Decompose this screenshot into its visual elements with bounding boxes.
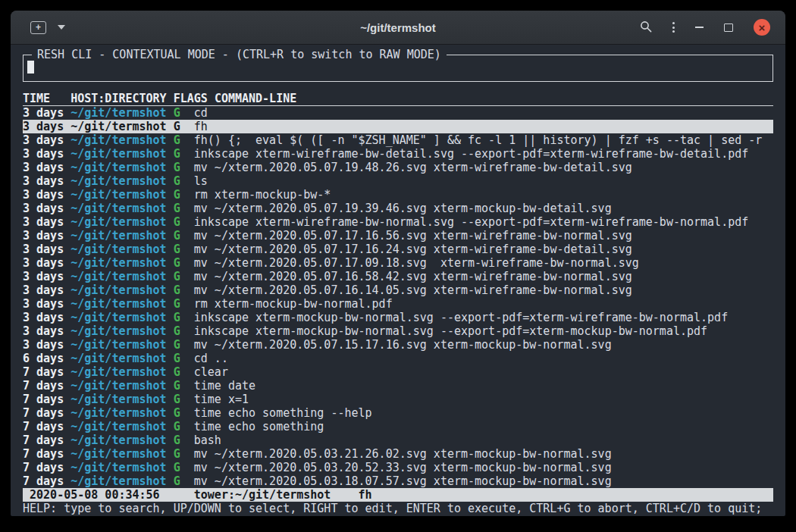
history-row[interactable]: 7 days ~/git/termshot G mv ~/xterm.2020.… — [23, 447, 773, 461]
row-command: mv ~/xterm.2020.05.03.21.26.02.svg xterm… — [194, 447, 612, 461]
row-host: ~/git/termshot — [71, 243, 173, 256]
history-row[interactable]: 7 days ~/git/termshot G time date — [23, 379, 773, 393]
history-row[interactable]: 7 days ~/git/termshot G clear — [23, 365, 773, 379]
row-time: 3 days — [23, 215, 71, 229]
row-time: 3 days — [23, 256, 71, 270]
row-host: ~/git/termshot — [71, 379, 173, 393]
row-host: ~/git/termshot — [71, 311, 173, 324]
row-time: 7 days — [23, 461, 71, 474]
history-row[interactable]: 3 days ~/git/termshot G mv ~/xterm.2020.… — [23, 283, 773, 297]
row-flags: G — [174, 311, 194, 324]
new-tab-button[interactable]: + — [30, 21, 46, 34]
row-time: 7 days — [23, 379, 71, 393]
row-time: 7 days — [23, 433, 71, 447]
history-row[interactable]: 3 days ~/git/termshot G fh() {; eval $( … — [23, 133, 773, 147]
row-flags: G — [174, 420, 194, 433]
titlebar[interactable]: + ~/git/termshot × — [11, 11, 785, 45]
row-command: inkscape xterm-wireframe-bw-normal.svg -… — [194, 215, 749, 229]
row-time: 3 days — [23, 324, 71, 338]
row-command: time echo something — [194, 420, 324, 433]
history-row[interactable]: 3 days ~/git/termshot G mv ~/xterm.2020.… — [23, 338, 773, 352]
row-host: ~/git/termshot — [71, 106, 173, 120]
row-host: ~/git/termshot — [71, 161, 173, 174]
history-row-selected[interactable]: 3 days ~/git/termshot G fh — [23, 120, 773, 133]
row-command: mv ~/xterm.2020.05.07.16.14.05.svg xterm… — [194, 283, 632, 297]
history-row[interactable]: 3 days ~/git/termshot G mv ~/xterm.2020.… — [23, 161, 773, 174]
row-host: ~/git/termshot — [71, 393, 173, 406]
row-command: mv ~/xterm.2020.05.03.20.52.33.svg xterm… — [194, 461, 612, 474]
history-row[interactable]: 3 days ~/git/termshot G inkscape xterm-m… — [23, 324, 773, 338]
row-flags: G — [174, 147, 194, 161]
history-row[interactable]: 3 days ~/git/termshot G inkscape xterm-w… — [23, 147, 773, 161]
row-host: ~/git/termshot — [71, 338, 173, 352]
row-time: 3 days — [23, 229, 71, 243]
row-command: mv ~/xterm.2020.05.07.19.39.46.svg xterm… — [194, 202, 612, 215]
row-command: mv ~/xterm.2020.05.07.17.16.24.svg xterm… — [194, 243, 632, 256]
row-host: ~/git/termshot — [71, 229, 173, 243]
history-row[interactable]: 7 days ~/git/termshot G time echo someth… — [23, 406, 773, 420]
menu-kebab-icon[interactable] — [672, 22, 675, 33]
row-host: ~/git/termshot — [71, 174, 173, 188]
row-host: ~/git/termshot — [71, 283, 173, 297]
history-row[interactable]: 3 days ~/git/termshot G inkscape xterm-w… — [23, 215, 773, 229]
row-time: 3 days — [23, 311, 71, 324]
row-flags: G — [174, 229, 194, 243]
row-command: inkscape xterm-wireframe-bw-detail.svg -… — [194, 147, 749, 161]
row-host: ~/git/termshot — [71, 188, 173, 202]
history-row[interactable]: 3 days ~/git/termshot G mv ~/xterm.2020.… — [23, 202, 773, 215]
history-rows: 3 days ~/git/termshot G cd3 days ~/git/t… — [23, 106, 773, 488]
row-flags: G — [174, 256, 194, 270]
row-time: 3 days — [23, 161, 71, 174]
history-row[interactable]: 7 days ~/git/termshot G mv ~/xterm.2020.… — [23, 474, 773, 488]
search-input[interactable]: RESH CLI - CONTEXTUAL MODE - (CTRL+R to … — [23, 55, 773, 82]
row-flags: G — [174, 106, 194, 120]
chevron-down-icon[interactable] — [58, 25, 65, 30]
row-time: 3 days — [23, 147, 71, 161]
history-row[interactable]: 6 days ~/git/termshot G cd .. — [23, 352, 773, 365]
row-command: fh — [194, 120, 208, 133]
row-time: 3 days — [23, 270, 71, 283]
row-flags: G — [174, 324, 194, 338]
header-command: COMMAND-LINE — [215, 92, 296, 105]
history-row[interactable]: 7 days ~/git/termshot G time echo someth… — [23, 420, 773, 433]
restore-button[interactable] — [724, 23, 733, 32]
close-button[interactable]: × — [754, 19, 770, 36]
resh-box-title: RESH CLI - CONTEXTUAL MODE - (CTRL+R to … — [32, 48, 447, 61]
row-command: rm xterm-mockup-bw-normal.pdf — [194, 297, 393, 311]
history-row[interactable]: 3 days ~/git/termshot G mv ~/xterm.2020.… — [23, 256, 773, 270]
history-row[interactable]: 7 days ~/git/termshot G time x=1 — [23, 393, 773, 406]
restore-icon — [724, 23, 733, 32]
row-time: 3 days — [23, 202, 71, 215]
status-datetime: 2020-05-08 00:34:56 — [30, 488, 160, 502]
history-row[interactable]: 3 days ~/git/termshot G rm xterm-mockup-… — [23, 297, 773, 311]
history-row[interactable]: 3 days ~/git/termshot G mv ~/xterm.2020.… — [23, 243, 773, 256]
row-time: 3 days — [23, 297, 71, 311]
search-icon[interactable] — [640, 20, 652, 35]
row-time: 7 days — [23, 474, 71, 488]
plus-icon: + — [36, 23, 41, 32]
minimize-button[interactable] — [695, 27, 704, 28]
minimize-icon — [695, 27, 704, 28]
row-command: mv ~/xterm.2020.05.07.15.17.16.svg xterm… — [194, 338, 612, 352]
history-row[interactable]: 3 days ~/git/termshot G ls — [23, 174, 773, 188]
row-command: inkscape xterm-mockup-bw-normal.svg --ex… — [194, 311, 728, 324]
history-row[interactable]: 3 days ~/git/termshot G inkscape xterm-m… — [23, 311, 773, 324]
row-host: ~/git/termshot — [71, 147, 173, 161]
row-command: time x=1 — [194, 393, 249, 406]
row-time: 3 days — [23, 283, 71, 297]
history-row[interactable]: 7 days ~/git/termshot G bash — [23, 433, 773, 447]
history-row[interactable]: 3 days ~/git/termshot G cd — [23, 106, 773, 120]
row-flags: G — [174, 133, 194, 147]
row-time: 6 days — [23, 352, 71, 365]
history-row[interactable]: 3 days ~/git/termshot G mv ~/xterm.2020.… — [23, 229, 773, 243]
terminal-content[interactable]: RESH CLI - CONTEXTUAL MODE - (CTRL+R to … — [11, 45, 785, 516]
row-time: 3 days — [23, 106, 71, 120]
row-flags: G — [174, 270, 194, 283]
history-row[interactable]: 7 days ~/git/termshot G mv ~/xterm.2020.… — [23, 461, 773, 474]
row-host: ~/git/termshot — [71, 270, 173, 283]
history-row[interactable]: 3 days ~/git/termshot G mv ~/xterm.2020.… — [23, 270, 773, 283]
row-command: cd — [194, 106, 208, 120]
history-row[interactable]: 3 days ~/git/termshot G rm xterm-mockup-… — [23, 188, 773, 202]
help-line: HELP: type to search, UP/DOWN to select,… — [23, 502, 773, 515]
row-flags: G — [174, 406, 194, 420]
